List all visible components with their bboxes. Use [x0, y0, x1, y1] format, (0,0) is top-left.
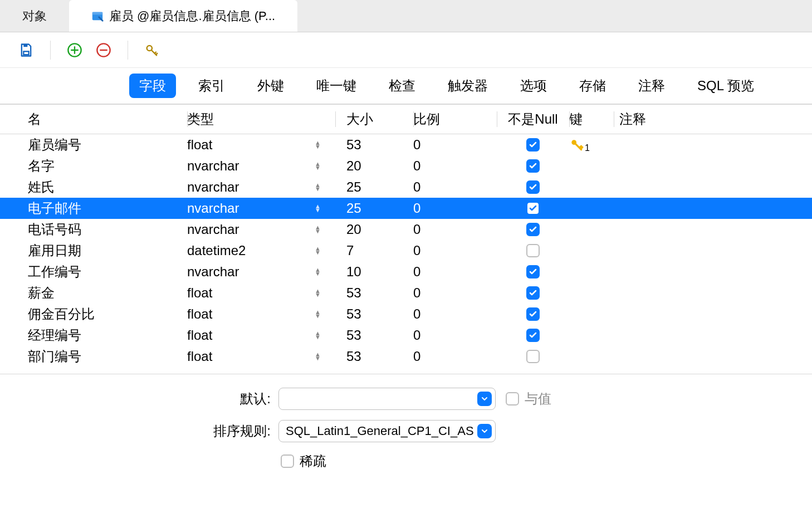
header-type[interactable]: 类型: [187, 110, 335, 128]
table-row[interactable]: 工作编号nvarchar▲▼100: [0, 261, 812, 282]
save-button[interactable]: [17, 41, 36, 60]
cell-name[interactable]: 部门编号: [0, 348, 187, 365]
cell-size[interactable]: 20: [335, 158, 413, 174]
cell-size[interactable]: 25: [335, 179, 413, 195]
stepper-icon[interactable]: ▲▼: [315, 268, 321, 276]
table-row[interactable]: 经理编号float▲▼530: [0, 325, 812, 346]
cell-name[interactable]: 佣金百分比: [0, 305, 187, 323]
subtab-0[interactable]: 字段: [129, 74, 176, 98]
header-name[interactable]: 名: [0, 110, 187, 128]
cell-scale[interactable]: 0: [413, 201, 497, 216]
header-comment[interactable]: 注释: [614, 110, 812, 128]
table-row[interactable]: 电话号码nvarchar▲▼200: [0, 219, 812, 240]
table-row[interactable]: 雇用日期datetime2▲▼70: [0, 240, 812, 261]
table-row[interactable]: 佣金百分比float▲▼530: [0, 304, 812, 325]
cell-type[interactable]: nvarchar▲▼: [187, 179, 335, 195]
subtab-3[interactable]: 唯一键: [306, 74, 366, 98]
cell-notnull[interactable]: [497, 202, 569, 215]
stepper-icon[interactable]: ▲▼: [315, 247, 321, 255]
cell-type[interactable]: nvarchar▲▼: [187, 222, 335, 237]
table-row[interactable]: 部门编号float▲▼530: [0, 346, 812, 367]
cell-type[interactable]: float▲▼: [187, 306, 335, 322]
cell-type[interactable]: float▲▼: [187, 349, 335, 364]
stepper-icon[interactable]: ▲▼: [315, 310, 321, 318]
cell-notnull[interactable]: [497, 180, 569, 194]
subtab-5[interactable]: 触发器: [438, 74, 498, 98]
sparse-checkbox[interactable]: 稀疏: [281, 452, 326, 470]
subtab-2[interactable]: 外键: [247, 74, 294, 98]
stepper-icon[interactable]: ▲▼: [315, 183, 321, 191]
cell-type[interactable]: float▲▼: [187, 137, 335, 153]
header-notnull[interactable]: 不是Null: [497, 110, 569, 128]
stepper-icon[interactable]: ▲▼: [315, 204, 321, 212]
cell-key[interactable]: 1: [569, 138, 614, 152]
cell-scale[interactable]: 0: [413, 349, 497, 364]
subtab-6[interactable]: 选项: [510, 74, 557, 98]
cell-type[interactable]: float▲▼: [187, 328, 335, 343]
tab-objects[interactable]: 对象: [0, 0, 69, 32]
cell-notnull[interactable]: [497, 223, 569, 236]
subtab-1[interactable]: 索引: [188, 74, 235, 98]
table-row[interactable]: 名字nvarchar▲▼200: [0, 155, 812, 177]
stepper-icon[interactable]: ▲▼: [315, 141, 321, 149]
cell-size[interactable]: 53: [335, 349, 413, 364]
cell-size[interactable]: 25: [335, 201, 413, 216]
table-row[interactable]: 姓氏nvarchar▲▼250: [0, 177, 812, 198]
cell-notnull[interactable]: [497, 286, 569, 300]
cell-name[interactable]: 薪金: [0, 284, 187, 302]
table-row[interactable]: 电子邮件nvarchar▲▼250: [0, 198, 812, 219]
cell-size[interactable]: 53: [335, 328, 413, 343]
cell-type[interactable]: nvarchar▲▼: [187, 201, 335, 216]
header-scale[interactable]: 比例: [413, 110, 497, 128]
cell-scale[interactable]: 0: [413, 306, 497, 322]
cell-scale[interactable]: 0: [413, 222, 497, 237]
tab-table-editor[interactable]: 雇员 @雇员信息.雇员信息 (P...: [69, 0, 297, 32]
cell-type[interactable]: nvarchar▲▼: [187, 158, 335, 174]
with-value-checkbox[interactable]: 与值: [506, 390, 551, 408]
cell-scale[interactable]: 0: [413, 179, 497, 195]
cell-notnull[interactable]: [497, 265, 569, 278]
cell-scale[interactable]: 0: [413, 285, 497, 301]
subtab-4[interactable]: 检查: [379, 74, 425, 98]
cell-notnull[interactable]: [497, 138, 569, 152]
cell-type[interactable]: datetime2▲▼: [187, 243, 335, 258]
stepper-icon[interactable]: ▲▼: [315, 226, 321, 233]
cell-name[interactable]: 电话号码: [0, 221, 187, 238]
cell-size[interactable]: 20: [335, 222, 413, 237]
table-row[interactable]: 薪金float▲▼530: [0, 282, 812, 304]
collation-combobox[interactable]: SQL_Latin1_General_CP1_CI_AS: [278, 420, 496, 442]
cell-notnull[interactable]: [497, 244, 569, 257]
cell-scale[interactable]: 0: [413, 264, 497, 280]
cell-size[interactable]: 53: [335, 137, 413, 153]
subtab-9[interactable]: SQL 预览: [687, 74, 764, 98]
cell-type[interactable]: float▲▼: [187, 285, 335, 301]
primary-key-button[interactable]: [143, 41, 162, 60]
cell-name[interactable]: 经理编号: [0, 326, 187, 344]
stepper-icon[interactable]: ▲▼: [315, 289, 321, 297]
subtab-7[interactable]: 存储: [569, 74, 616, 98]
table-row[interactable]: 雇员编号float▲▼5301: [0, 134, 812, 155]
cell-size[interactable]: 7: [335, 243, 413, 258]
cell-scale[interactable]: 0: [413, 137, 497, 153]
subtab-8[interactable]: 注释: [628, 74, 675, 98]
stepper-icon[interactable]: ▲▼: [315, 353, 321, 360]
cell-notnull[interactable]: [497, 350, 569, 363]
stepper-icon[interactable]: ▲▼: [315, 162, 321, 170]
header-size[interactable]: 大小: [335, 110, 413, 128]
default-combobox[interactable]: [278, 388, 496, 410]
add-button[interactable]: [65, 41, 84, 60]
cell-notnull[interactable]: [497, 159, 569, 173]
cell-name[interactable]: 雇用日期: [0, 242, 187, 260]
cell-scale[interactable]: 0: [413, 158, 497, 174]
stepper-icon[interactable]: ▲▼: [315, 331, 321, 339]
cell-scale[interactable]: 0: [413, 328, 497, 343]
cell-size[interactable]: 53: [335, 285, 413, 301]
cell-size[interactable]: 10: [335, 264, 413, 280]
cell-name[interactable]: 姓氏: [0, 178, 187, 196]
cell-notnull[interactable]: [497, 329, 569, 342]
cell-name[interactable]: 工作编号: [0, 263, 187, 281]
cell-name[interactable]: 电子邮件: [0, 199, 187, 217]
cell-name[interactable]: 名字: [0, 157, 187, 175]
cell-name[interactable]: 雇员编号: [0, 136, 187, 154]
cell-notnull[interactable]: [497, 307, 569, 321]
